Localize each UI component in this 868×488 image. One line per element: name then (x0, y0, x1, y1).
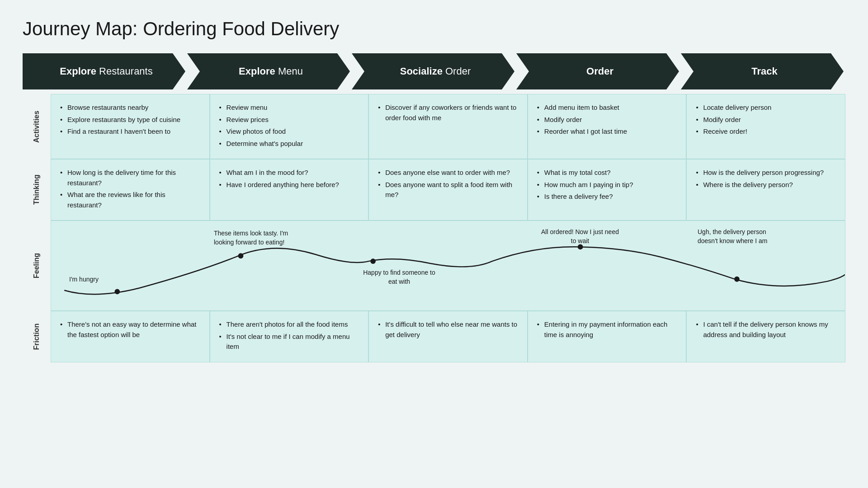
feeling-label-5: Ugh, the delivery person doesn't know wh… (698, 228, 788, 245)
activities-cell-5: Locate delivery person Modify order Rece… (686, 94, 845, 159)
row-label-activities: Activities (23, 94, 51, 159)
feeling-label-2: These items look tasty. I'm looking forw… (214, 229, 304, 247)
feeling-row: I'm hungry These items look tasty. I'm l… (51, 221, 845, 311)
phase-socialize-order: Socialize Order (352, 53, 514, 89)
phase-header: Explore Restaurants Explore Menu Sociali… (23, 53, 845, 89)
thinking-cell-1: How long is the delivery time for this r… (51, 159, 210, 221)
phase-order: Order (516, 53, 679, 89)
svg-point-4 (734, 277, 740, 282)
friction-cell-3: It's difficult to tell who else near me … (368, 311, 528, 362)
feeling-label-1: I'm hungry (69, 275, 99, 284)
phase-explore-menu: Explore Menu (187, 53, 350, 89)
activities-cell-2: Review menu Review prices View photos of… (210, 94, 369, 159)
activities-cell-3: Discover if any coworkers or friends wan… (368, 94, 528, 159)
thinking-cell-4: What is my total cost? How much am I pay… (528, 159, 687, 221)
svg-point-0 (114, 289, 120, 294)
row-label-friction: Friction (23, 311, 51, 362)
svg-point-2 (370, 258, 376, 264)
friction-cell-5: I can't tell if the delivery person know… (686, 311, 845, 362)
friction-cell-1: There's not an easy way to determine wha… (51, 311, 210, 362)
feeling-label-3: Happy to find someone to eat with (359, 268, 440, 286)
friction-cell-2: There aren't photos for all the food ite… (210, 311, 369, 362)
row-label-thinking: Thinking (23, 159, 51, 221)
svg-point-1 (238, 253, 244, 258)
page-title: Journey Map: Ordering Food Delivery (23, 18, 845, 40)
feeling-label-4: All ordered! Now I just need to wait (539, 228, 621, 245)
phase-explore-restaurants: Explore Restaurants (23, 53, 185, 89)
thinking-cell-2: What am I in the mood for? Have I ordere… (210, 159, 369, 221)
thinking-cell-3: Does anyone else want to order with me? … (368, 159, 528, 221)
journey-table: Activities Browse restaurants nearby Exp… (23, 94, 845, 362)
thinking-cell-5: How is the delivery person progressing? … (686, 159, 845, 221)
phase-track: Track (681, 53, 844, 89)
row-label-feeling: Feeling (23, 221, 51, 311)
friction-cell-4: Entering in my payment information each … (528, 311, 687, 362)
activities-cell-1: Browse restaurants nearby Explore restau… (51, 94, 210, 159)
activities-cell-4: Add menu item to basket Modify order Reo… (528, 94, 687, 159)
